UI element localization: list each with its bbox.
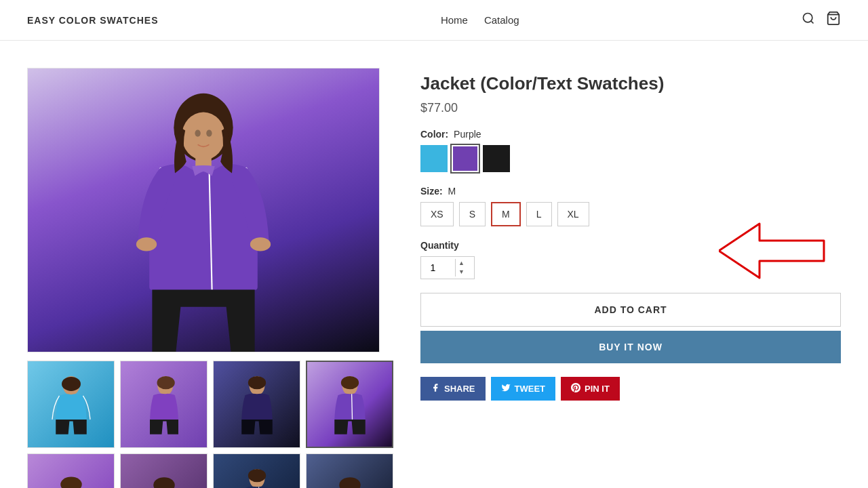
- product-image: [102, 82, 305, 352]
- main-image-container: [27, 68, 380, 352]
- pinterest-icon: [571, 383, 580, 394]
- nav-home[interactable]: Home: [441, 14, 468, 26]
- svg-line-1: [811, 21, 814, 24]
- cart-button[interactable]: [826, 11, 841, 29]
- svg-point-13: [157, 376, 174, 389]
- svg-point-11: [62, 376, 81, 390]
- search-button[interactable]: [802, 12, 815, 28]
- thumbnail-dark[interactable]: [213, 361, 300, 448]
- site-logo: EASY COLOR SWATCHES: [27, 15, 159, 26]
- quantity-spinners: ▲ ▼: [455, 259, 467, 277]
- svg-point-9: [206, 130, 212, 137]
- quantity-increase[interactable]: ▲: [456, 259, 467, 268]
- size-l[interactable]: L: [526, 202, 552, 226]
- quantity-field[interactable]: [421, 257, 455, 279]
- svg-point-23: [248, 469, 265, 482]
- svg-marker-26: [719, 224, 824, 278]
- svg-point-25: [339, 477, 361, 488]
- thumbnail-purple-side[interactable]: [120, 361, 208, 448]
- product-title: Jacket (Color/Text Swatches): [420, 73, 841, 94]
- twitter-icon: [501, 383, 511, 394]
- facebook-icon: [431, 383, 440, 394]
- nav-catalog[interactable]: Catalog: [484, 14, 519, 26]
- color-label: Color: Purple: [420, 129, 841, 140]
- cart-icon: [826, 15, 841, 28]
- size-xl[interactable]: XL: [557, 202, 589, 226]
- thumbnails-grid: [27, 361, 393, 488]
- svg-point-7: [250, 237, 271, 251]
- thumbnail-navy-side[interactable]: [306, 453, 393, 488]
- social-share: SHARE TWEET PIN IT: [420, 377, 841, 401]
- size-s[interactable]: S: [459, 202, 486, 226]
- svg-point-21: [153, 477, 175, 488]
- color-option: Color: Purple: [420, 129, 841, 172]
- svg-point-8: [195, 130, 200, 137]
- share-pinterest[interactable]: PIN IT: [561, 377, 620, 401]
- size-xs[interactable]: XS: [420, 202, 454, 226]
- thumbnail-purple-close[interactable]: [27, 453, 115, 488]
- color-swatch-black[interactable]: [483, 145, 510, 172]
- buy-now-button[interactable]: BUY IT NOW: [420, 331, 841, 363]
- size-label: Size: M: [420, 186, 841, 197]
- color-swatch-purple[interactable]: [452, 145, 479, 172]
- quantity-input-wrapper: ▲ ▼: [420, 256, 475, 279]
- svg-point-19: [60, 476, 82, 488]
- thumbnail-navy[interactable]: [213, 453, 300, 488]
- share-facebook[interactable]: SHARE: [420, 377, 486, 401]
- thumbnail-purple-main[interactable]: [306, 361, 393, 448]
- product-images: [27, 68, 393, 488]
- thumbnail-brown-purple[interactable]: [120, 453, 208, 488]
- header-icons: [802, 11, 841, 29]
- product-page: Jacket (Color/Text Swatches) $77.00 Colo…: [0, 41, 868, 488]
- share-twitter[interactable]: TWEET: [491, 377, 556, 401]
- search-icon: [802, 14, 815, 28]
- svg-point-4: [182, 113, 225, 161]
- svg-point-15: [248, 376, 265, 389]
- size-m[interactable]: M: [491, 202, 521, 226]
- product-price: $77.00: [420, 101, 841, 115]
- thumbnail-blue[interactable]: [27, 361, 115, 448]
- add-to-cart-button[interactable]: ADD TO CART: [420, 293, 841, 327]
- color-swatches: [420, 145, 841, 172]
- product-details: Jacket (Color/Text Swatches) $77.00 Colo…: [420, 68, 841, 488]
- site-header: EASY COLOR SWATCHES Home Catalog: [0, 0, 868, 41]
- arrow-annotation: [719, 217, 827, 285]
- svg-point-0: [803, 14, 812, 22]
- svg-point-6: [136, 237, 157, 251]
- main-nav: Home Catalog: [441, 14, 519, 26]
- quantity-decrease[interactable]: ▼: [456, 268, 467, 277]
- svg-point-17: [340, 376, 358, 389]
- color-swatch-blue[interactable]: [420, 145, 448, 172]
